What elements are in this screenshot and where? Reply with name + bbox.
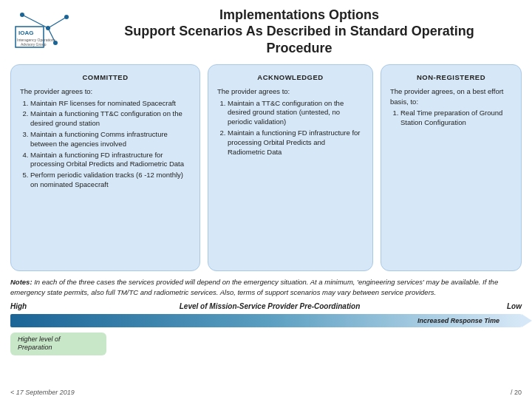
title-line3: Procedure: [266, 41, 332, 55]
acknowledged-list: Maintain a TT&C configuration on the des…: [217, 99, 364, 157]
committed-item-5: Perform periodic validation tracks (6 -1…: [30, 171, 191, 190]
svg-point-6: [46, 26, 50, 30]
logo-svg: IOAG Interagency Operations Advisory Gro…: [15, 6, 70, 54]
notes-label: Notes:: [10, 278, 33, 286]
green-box-text2: Preparation: [18, 344, 99, 352]
coord-high-label: High: [10, 302, 47, 310]
notes-text: In each of the three cases the services …: [10, 278, 498, 296]
svg-text:IOAG: IOAG: [18, 30, 33, 36]
footer-date: < 17 September 2019: [10, 389, 75, 396]
footer-row: < 17 September 2019 / 20: [10, 389, 522, 396]
arrow-bar: Increased Response Time: [10, 314, 522, 327]
green-box-text1: Higher level of: [18, 335, 99, 344]
svg-text:Advisory Group: Advisory Group: [21, 42, 47, 47]
committed-item-4: Maintain a functioning FD infrastructure…: [30, 151, 191, 170]
title-line1: Implementations Options: [219, 7, 379, 22]
acknowledged-title: ACKNOWLEDGED: [217, 72, 364, 82]
svg-point-3: [20, 13, 24, 17]
acknowledged-item-1: Maintain a TT&C configuration on the des…: [228, 99, 364, 127]
footer-page: / 20: [511, 389, 522, 396]
committed-item-2: Maintain a functioning TT&C configuratio…: [30, 109, 191, 129]
nonregistered-list: Real Time preparation of Ground Station …: [390, 109, 512, 128]
arrow-bar-container: Increased Response Time: [10, 312, 522, 330]
committed-card: COMMITTED The provider agrees to: Mainta…: [10, 64, 200, 271]
green-box: Higher level of Preparation: [10, 332, 106, 355]
arrow-bar-text: Increased Response Time: [417, 317, 499, 324]
acknowledged-item-2: Maintain a functioning FD infrastructure…: [228, 129, 364, 157]
committed-list: Maintain RF licenses for nominated Space…: [20, 99, 191, 190]
svg-line-1: [48, 17, 66, 28]
committed-intro: The provider agrees to:: [20, 86, 191, 96]
acknowledged-intro: The provider agrees to:: [217, 86, 364, 96]
logo-area: IOAG Interagency Operations Advisory Gro…: [15, 6, 74, 57]
page-title: Implementations Options Support Scenario…: [81, 7, 517, 57]
coord-center-label: Level of Mission-Service Provider Pre-Co…: [47, 302, 492, 310]
cards-container: COMMITTED The provider agrees to: Mainta…: [0, 60, 532, 274]
acknowledged-card: ACKNOWLEDGED The provider agrees to: Mai…: [208, 64, 373, 271]
nonregistered-card: NON-REGISTERED The provider agrees, on a…: [381, 64, 522, 271]
coordination-row: High Level of Mission-Service Provider P…: [10, 302, 522, 310]
nonregistered-title: NON-REGISTERED: [390, 72, 512, 82]
bottom-section: High Level of Mission-Service Provider P…: [0, 299, 532, 355]
committed-item-3: Maintain a functioning Comms infrastruct…: [30, 130, 191, 149]
committed-item-1: Maintain RF licenses for nominated Space…: [30, 99, 191, 109]
committed-title: COMMITTED: [20, 72, 191, 82]
title-line2: Support Scenarios As Described in Standa…: [124, 24, 474, 38]
coord-low-label: Low: [492, 302, 522, 310]
svg-point-4: [64, 15, 69, 19]
notes-section: Notes: In each of the three cases the se…: [0, 274, 532, 299]
nonregistered-item-1: Real Time preparation of Ground Station …: [400, 109, 512, 128]
nonregistered-intro: The provider agrees, on a best effort ba…: [390, 86, 512, 106]
page-header: IOAG Interagency Operations Advisory Gro…: [0, 0, 532, 60]
